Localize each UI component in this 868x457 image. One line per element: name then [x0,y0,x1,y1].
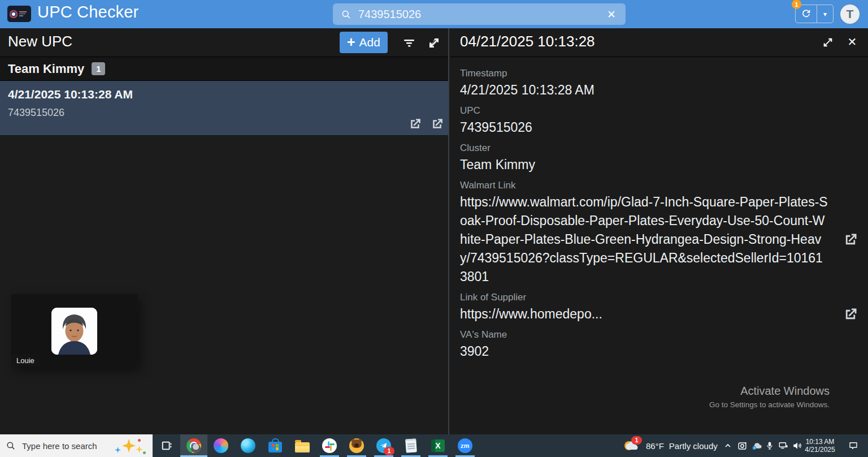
weather-badge: 1 [631,436,642,445]
edge-icon [241,438,255,453]
clock-time: 10:13 AM [806,438,835,446]
detail-title: 04/21/2025 10:13:28 [460,33,595,50]
cluster-group-header[interactable]: Team Kimmy 1 [0,57,448,81]
field-label: VA's Name [460,329,858,340]
taskbar-apps: 1 X zm [153,434,479,457]
list-panel-header: New UPC + Add [0,28,448,57]
item-upc: 7439515026 [8,107,64,119]
field-va-name: VA's Name 3902 [460,329,858,361]
field-value: 4/21/2025 10:13:28 AM [460,81,858,100]
tunnelbear-button[interactable] [343,434,370,457]
field-label: Walmart Link [460,180,858,191]
microphone-icon [765,441,774,451]
tray-cast-button[interactable] [735,434,749,457]
cluster-name: Team Kimmy [8,62,84,76]
copilot-icon [214,438,228,453]
logo-emblem-icon [10,10,18,18]
plus-icon: + [347,35,355,49]
header-search[interactable]: ✕ [333,3,626,25]
screen-cast-icon [737,441,748,451]
field-label: Cluster [460,143,858,154]
slack-icon [322,438,337,453]
user-avatar[interactable]: T [840,5,860,24]
tray-microphone-button[interactable] [763,434,776,457]
expand-detail-button[interactable] [821,35,835,50]
microsoft-store-button[interactable] [262,434,289,457]
chevron-up-icon [723,441,732,450]
webcam-overlay[interactable]: Louie [11,294,137,367]
clear-search-icon[interactable]: ✕ [605,8,618,21]
taskbar-search[interactable] [0,434,153,457]
expand-diagonal-icon [822,36,834,49]
notepad-button[interactable] [397,434,424,457]
excel-icon: X [431,439,445,452]
close-icon: ✕ [848,35,857,49]
supplier-link-value: https://www.homedepo... [460,305,843,324]
company-logo [7,6,31,22]
field-value: Team Kimmy [460,156,858,174]
telegram-button[interactable]: 1 [370,434,397,457]
chrome-button[interactable] [180,434,207,457]
caret-down-icon: ▾ [823,10,827,18]
logo-text-lines [19,11,27,18]
filter-button[interactable] [401,36,417,50]
detail-panel: 04/21/2025 10:13:28 ✕ Timestamp 4/21/202… [450,28,868,434]
tunnelbear-icon [349,438,364,453]
walmart-link-value: https://www.walmart.com/ip/Glad-7-Inch-S… [460,193,843,286]
field-value: 7439515026 [460,118,858,137]
microsoft-store-icon [268,442,282,452]
tray-network-button[interactable] [775,434,791,457]
chrome-profile-avatar [191,443,201,453]
search-input[interactable] [357,7,605,21]
detail-fields: Timestamp 4/21/2025 10:13:28 AM UPC 7439… [460,62,858,361]
taskbar-clock[interactable]: 10:13 AM 4/21/2025 [802,434,837,457]
weather-condition: Partly cloudy [669,441,718,451]
participant-name: Louie [11,355,40,367]
weather-widget[interactable]: 1 86°F Partly cloudy [623,434,718,457]
copilot-button[interactable] [207,434,235,457]
expand-panel-button[interactable] [426,36,442,50]
field-cluster: Cluster Team Kimmy [460,143,858,174]
item-timestamp: 4/21/2025 10:13:28 AM [8,88,133,101]
field-supplier-link: Link of Supplier https://www.homedepo... [460,292,858,324]
file-explorer-icon [295,442,310,452]
ethernet-network-icon [778,441,789,451]
excel-button[interactable]: X [424,434,452,457]
upc-list-item[interactable]: 4/21/2025 10:13:28 AM 7439515026 [0,81,448,136]
sparkle-dot [143,451,146,454]
detail-panel-header: 04/21/2025 10:13:28 ✕ [450,28,868,57]
notepad-icon [405,438,417,452]
field-label: Link of Supplier [460,292,858,303]
action-center-button[interactable] [842,434,865,457]
task-view-icon [160,439,173,452]
open-supplier-link-icon[interactable] [843,307,858,322]
app-header: UPC Checker ✕ 1 ▾ T [0,0,868,28]
activate-windows-watermark: Activate Windows Go to Settings to activ… [709,385,830,409]
external-link-icon[interactable] [430,117,444,131]
main-area: New UPC + Add Team Kimmy 1 4/21/2025 10:… [0,28,868,434]
filter-icon [402,36,416,50]
task-view-button[interactable] [153,434,180,457]
chrome-icon [186,438,201,453]
external-link-icon[interactable] [408,117,422,131]
expand-diagonal-icon [427,36,441,50]
tray-overflow-button[interactable] [721,434,735,457]
open-walmart-link-icon[interactable] [843,232,858,248]
cluster-count-badge: 1 [92,62,105,75]
weather-icon: 1 [623,438,641,453]
field-upc: UPC 7439515026 [460,105,858,137]
weather-temp: 86°F [646,441,664,451]
field-label: Timestamp [460,68,858,79]
search-icon [341,9,351,20]
slack-button[interactable] [316,434,343,457]
tray-onedrive-button[interactable] [749,434,764,457]
cloud-icon [751,441,763,451]
add-button[interactable]: + Add [340,32,388,53]
file-explorer-button[interactable] [289,434,316,457]
zoom-button[interactable]: zm [452,434,479,457]
field-value: 3902 [460,342,858,361]
edge-button[interactable] [235,434,262,457]
refresh-dropdown-button[interactable]: ▾ [817,5,833,23]
participant-avatar [51,308,97,355]
close-detail-button[interactable]: ✕ [845,35,860,49]
